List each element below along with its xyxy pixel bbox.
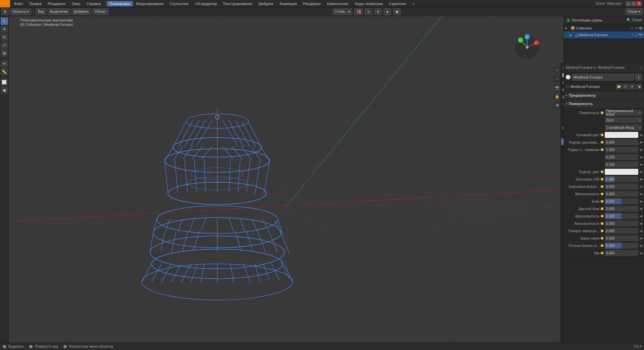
overlay-btn[interactable]: ⊕	[374, 8, 382, 15]
maximize-button[interactable]: □	[631, 1, 636, 6]
specular-value[interactable]: 0.500	[605, 198, 638, 204]
subsurface-color-value[interactable]	[605, 169, 638, 175]
measure-tool[interactable]: 📏	[1, 68, 8, 76]
shader-close-btn[interactable]: ◀	[636, 84, 642, 90]
aniso-rotation-dot[interactable]	[601, 230, 603, 232]
roughness-value[interactable]: 0.500	[605, 213, 638, 219]
metallic-dot[interactable]	[601, 193, 603, 195]
radius-dot[interactable]	[601, 148, 603, 151]
workspace-sculpting[interactable]: Скульптинг	[167, 1, 192, 6]
viewport-shading-btn[interactable]: ▣	[393, 8, 401, 15]
box-select-tool[interactable]: ⬜	[1, 79, 8, 86]
clearcoat-dot[interactable]	[601, 252, 603, 254]
aniso-rotation-arrow[interactable]: ◀	[640, 229, 642, 233]
workspace-add[interactable]: +	[410, 1, 417, 6]
props-expand-icon[interactable]: ⤢	[639, 66, 642, 69]
menu-render[interactable]: Рендеринг	[45, 1, 68, 6]
outliner-options-btn[interactable]: Опции	[632, 18, 642, 22]
workspace-geonodes[interactable]: Ноды геометрии	[352, 1, 386, 6]
sheen-tint-dot[interactable]	[601, 244, 603, 247]
sheen-tint-value[interactable]: 0.500	[605, 243, 638, 249]
specular-tint-dot[interactable]	[601, 207, 603, 210]
move-tool[interactable]: ✛	[1, 26, 8, 33]
proportional-btn[interactable]: ⊙	[365, 8, 372, 15]
grid-btn[interactable]: ⊞	[553, 101, 561, 109]
sheen-value[interactable]: 0.000	[605, 235, 638, 241]
radius2-value[interactable]: 0.200	[605, 154, 638, 160]
scale-tool[interactable]: ⤢	[1, 42, 8, 49]
metallic-value[interactable]: 0.000	[605, 191, 638, 197]
menu-edit[interactable]: Правка	[26, 1, 44, 6]
xray-btn[interactable]: ◈	[384, 8, 391, 15]
workspace-shading[interactable]: Шейдинг	[256, 1, 276, 6]
ggx-dropdown[interactable]: GGX ▾	[605, 117, 642, 123]
close-button[interactable]: ✕	[637, 1, 641, 6]
viewport-3d[interactable]: Пользовательская перспектива (0) Collect…	[9, 16, 564, 343]
roughness-arrow[interactable]: ◀	[640, 214, 642, 218]
radius-value[interactable]: 1.000	[605, 147, 638, 153]
workspace-compositing[interactable]: Композитинг	[324, 1, 352, 6]
subsurface-ior-dot[interactable]	[601, 178, 603, 181]
base-color-value[interactable]	[605, 132, 638, 138]
radius2-arrow[interactable]: ◀	[640, 155, 642, 159]
material-name-input[interactable]	[572, 74, 634, 81]
subsurface-aniso-arrow[interactable]: ◀	[640, 185, 642, 188]
workspace-rendering[interactable]: Рендеринг	[300, 1, 324, 6]
breadcrumb-part1[interactable]: Medieval Furnace	[566, 66, 592, 69]
snap-btn[interactable]: 🧲	[354, 8, 363, 15]
collection-visibility-icon[interactable]: 👁	[631, 27, 634, 30]
subsurface-aniso-value[interactable]: 0.000	[605, 184, 638, 190]
clearcoat-value[interactable]: 0.000	[605, 250, 638, 256]
base-color-dot[interactable]	[601, 134, 603, 136]
subsurface-value[interactable]: 0.000	[605, 139, 638, 145]
cursor-tool[interactable]: ↖	[1, 17, 8, 25]
object-mode-dropdown[interactable]: Объекты ▾	[10, 8, 31, 15]
transform-tool[interactable]: ⊞	[1, 50, 8, 57]
random-walk-dropdown[interactable]: Случайный обход ▾	[605, 124, 642, 131]
collection-viewport-icon[interactable]: 🖥	[635, 27, 638, 30]
shader-edit-btn[interactable]: ✏	[623, 84, 629, 90]
surface-type-dropdown[interactable]: Принципиальный BSDF ▾	[605, 110, 642, 116]
shader-delete-btn[interactable]: ✕	[629, 84, 635, 90]
object-viewport-icon[interactable]: 🖥	[635, 33, 638, 37]
sheen-arrow[interactable]: ◀	[640, 237, 642, 240]
workspace-texture[interactable]: Текстурирование	[220, 1, 255, 6]
anisotropy-value[interactable]: 0.000	[605, 220, 638, 227]
outliner-filter-btn[interactable]: 🔍	[627, 18, 631, 22]
zoom-in-btn[interactable]: +	[553, 66, 561, 74]
menu-window[interactable]: Окно	[69, 1, 83, 6]
sheen-dot[interactable]	[601, 237, 603, 240]
specular-tint-value[interactable]: 0.000	[605, 206, 638, 212]
subsurface-color-arrow[interactable]: ◀	[640, 170, 642, 173]
surface-type-dot[interactable]	[601, 111, 603, 114]
subsurface-color-dot[interactable]	[601, 170, 603, 173]
workspace-animation[interactable]: Анимация	[277, 1, 300, 6]
subsurface-ior-arrow[interactable]: ◀	[640, 178, 642, 181]
menu-help[interactable]: Справка	[84, 1, 104, 6]
menu-file[interactable]: Файл	[11, 1, 26, 6]
radius-arrow[interactable]: ◀	[640, 148, 642, 151]
preview-section-header[interactable]: ▸ Предпросмотр	[564, 91, 644, 99]
minimize-button[interactable]: _	[626, 1, 631, 6]
add-menu-btn[interactable]: Добавить	[71, 8, 91, 15]
sheen-tint-arrow[interactable]: ◀	[640, 244, 642, 247]
specular-dot[interactable]	[601, 200, 603, 203]
object-visibility-icon[interactable]: 👁	[631, 33, 634, 37]
roughness-dot[interactable]	[601, 215, 603, 217]
outliner-row-collection[interactable]: ▾ 📦 Collection 👁 🖥 📷	[564, 25, 644, 32]
base-color-arrow[interactable]: ◀	[640, 133, 642, 137]
clearcoat-arrow[interactable]: ◀	[640, 251, 642, 255]
collection-render-icon[interactable]: 📷	[639, 27, 643, 30]
radius3-arrow[interactable]: ◀	[640, 163, 642, 166]
surface-section-header[interactable]: ▾ Поверхность	[564, 100, 644, 108]
loop-cut-tool[interactable]: ◉	[1, 87, 8, 94]
viewport-icon-btn[interactable]: ⊞	[1, 8, 9, 15]
shader-browse-btn[interactable]: 📂	[616, 84, 622, 90]
subsurface-arrow[interactable]: ◀	[640, 141, 642, 144]
material-user-count[interactable]: 1	[635, 74, 642, 81]
select-menu-btn[interactable]: Выделение	[48, 8, 70, 15]
anisotropy-dot[interactable]	[601, 222, 603, 225]
anisotropy-arrow[interactable]: ◀	[640, 222, 642, 225]
subsurface-aniso-dot[interactable]	[601, 185, 603, 188]
outliner-row-medieval-furnace[interactable]: ▸ △ Medieval Furnace 👁 🖥 📷	[564, 32, 644, 38]
